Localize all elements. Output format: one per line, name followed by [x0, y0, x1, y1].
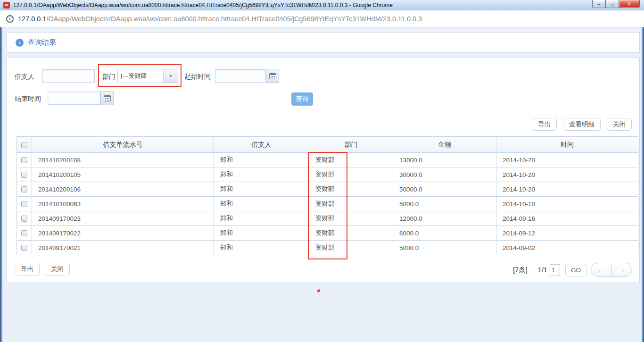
cell-department: 资财部	[309, 182, 393, 197]
go-button[interactable]: GO	[565, 264, 586, 276]
window-frame-left	[0, 27, 2, 342]
result-header-panel: › 查询结果	[7, 32, 640, 53]
page-title: 查询结果	[28, 38, 56, 47]
borrower-label: 借支人	[15, 73, 34, 81]
cell-serial: 201410200108	[32, 153, 214, 167]
page-background: › 查询结果 借支人 部门 |---资财部 ▼ 起始时间 结束时间	[0, 27, 644, 342]
column-header-date[interactable]: 时间	[496, 137, 638, 153]
results-table-body: 201410200108郑和资财部13000.02014-10-20201410…	[17, 153, 638, 255]
url-text[interactable]: 127.0.0.1/OAapp/WebObjects/OAapp.woa/wo/…	[18, 15, 422, 23]
cell-borrower: 郑和	[214, 197, 309, 211]
table-row: 201410200106郑和资财部50000.02014-10-20	[17, 182, 638, 197]
calendar-icon	[104, 95, 111, 101]
export-button-bottom[interactable]: 导出	[15, 263, 40, 275]
borrower-input[interactable]	[42, 69, 95, 83]
window-controls: – □ ×	[592, 0, 640, 8]
department-select[interactable]: |---资财部 ▼	[117, 69, 178, 83]
start-date-calendar-button[interactable]	[266, 69, 279, 83]
table-row: 201409170022郑和资财部6000.02014-09-12	[17, 226, 638, 241]
pagination: [7条] 1/1 GO ← →	[513, 263, 632, 277]
checkbox-cell	[17, 167, 32, 182]
close-icon: ×	[627, 0, 631, 7]
cell-date: 2014-09-12	[496, 226, 638, 241]
window-titlebar[interactable]: ∞ 127.0.0.1/OAapp/WebObjects/OAapp.woa/w…	[0, 0, 644, 10]
row-checkbox[interactable]	[21, 186, 27, 192]
select-all-checkbox[interactable]	[21, 142, 27, 148]
cell-serial: 201409170022	[32, 226, 214, 241]
arrow-right-icon: →	[618, 266, 626, 274]
form-table-divider	[7, 113, 639, 113]
cell-borrower: 郑和	[214, 226, 309, 241]
page-number-input[interactable]	[550, 264, 560, 275]
page-nav: ← →	[591, 263, 632, 277]
url-host: 127.0.0.1	[18, 15, 46, 23]
query-button[interactable]: 查询	[291, 92, 313, 106]
cell-serial: 201410200105	[32, 167, 214, 182]
start-time-input[interactable]	[215, 69, 266, 83]
arrow-circle-icon: ›	[16, 39, 24, 47]
record-count: [7条]	[513, 266, 528, 275]
cell-serial: 201410100063	[32, 197, 214, 211]
checkbox-cell	[17, 197, 32, 211]
column-header-borrower[interactable]: 借支人	[214, 137, 309, 153]
start-time-label: 起始时间	[184, 73, 211, 81]
cell-department: 资财部	[309, 211, 393, 226]
row-checkbox[interactable]	[21, 230, 27, 236]
end-date-calendar-button[interactable]	[100, 91, 114, 105]
view-detail-button[interactable]: 查看明细	[563, 118, 601, 131]
main-panel: 借支人 部门 |---资财部 ▼ 起始时间 结束时间	[7, 58, 640, 283]
address-bar[interactable]: i 127.0.0.1/OAapp/WebObjects/OAapp.woa/w…	[0, 10, 644, 27]
cell-borrower: 郑和	[214, 241, 309, 255]
minimize-button[interactable]: –	[592, 0, 606, 8]
close-button-bottom[interactable]: 关闭	[45, 263, 70, 275]
cell-department: 资财部	[309, 167, 393, 182]
table-row: 201410200108郑和资财部13000.02014-10-20	[17, 153, 638, 167]
export-button-top[interactable]: 导出	[532, 118, 557, 131]
cell-amount: 30000.0	[393, 167, 496, 182]
select-all-cell	[17, 137, 32, 153]
end-time-input[interactable]	[48, 92, 100, 105]
dropdown-arrow-button[interactable]: ▼	[164, 69, 178, 83]
page-info-icon[interactable]: i	[6, 15, 14, 23]
row-checkbox[interactable]	[21, 157, 27, 163]
chevron-down-icon: ▼	[169, 74, 173, 78]
cell-department: 资财部	[309, 153, 393, 167]
close-button-top[interactable]: 关闭	[607, 118, 632, 131]
cell-serial: 201409170023	[32, 211, 214, 226]
cell-amount: 50000.0	[393, 182, 496, 197]
cell-amount: 12000.0	[393, 211, 496, 226]
url-path: /OAapp/WebObjects/OAapp.woa/wo/com.oa800…	[46, 15, 422, 23]
cell-borrower: 郑和	[214, 167, 309, 182]
table-row: 201410200105郑和资财部30000.02014-10-20	[17, 167, 638, 182]
cell-department: 资财部	[309, 241, 393, 255]
row-checkbox[interactable]	[21, 216, 27, 222]
cell-date: 2014-10-20	[496, 153, 638, 167]
column-header-amount[interactable]: 金额	[393, 137, 496, 153]
column-header-serial[interactable]: 借支单流水号	[32, 137, 214, 153]
close-window-button[interactable]: ×	[619, 0, 640, 8]
column-header-department[interactable]: 部门	[309, 137, 393, 153]
minimize-icon: –	[598, 1, 601, 7]
row-checkbox[interactable]	[21, 245, 27, 251]
checkbox-cell	[17, 182, 32, 197]
cell-amount: 13000.0	[393, 153, 496, 167]
maximize-button[interactable]: □	[606, 0, 619, 8]
table-toolbar: 导出 查看明细 关闭	[532, 118, 632, 131]
row-checkbox[interactable]	[21, 172, 27, 178]
arrow-left-icon: ←	[597, 266, 605, 274]
results-table: 借支单流水号 借支人 部门 金额 时间 201410200108郑和资财部130…	[17, 136, 638, 255]
department-label: 部门	[102, 73, 116, 81]
calendar-icon	[269, 73, 276, 79]
cell-borrower: 郑和	[214, 182, 309, 197]
checkbox-cell	[17, 226, 32, 241]
cell-department: 资财部	[309, 226, 393, 241]
row-checkbox[interactable]	[21, 201, 27, 207]
favicon-icon: ∞	[3, 2, 10, 8]
previous-page-button[interactable]: ←	[591, 263, 612, 276]
cell-amount: 5000.0	[393, 241, 496, 255]
next-page-button[interactable]: →	[612, 263, 632, 276]
cell-date: 2014-10-10	[496, 197, 638, 211]
cell-date: 2014-09-16	[496, 211, 638, 226]
table-row: 201409170021郑和资财部5000.02014-09-02	[17, 241, 638, 255]
cell-date: 2014-09-02	[496, 241, 638, 255]
